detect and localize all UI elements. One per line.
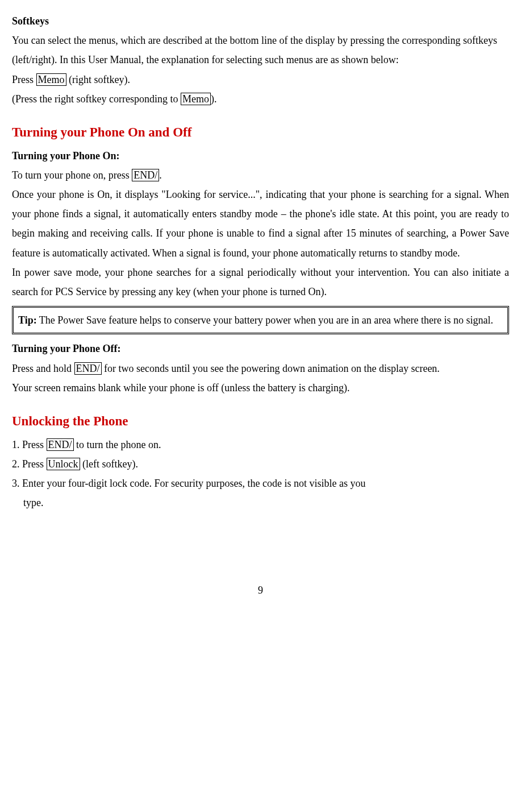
softkeys-para1: You can select the menus, which are desc…: [12, 31, 509, 69]
unlocking-step3b: type.: [12, 493, 509, 512]
unlocking-step3a: 3. Enter your four-digit lock code. For …: [12, 474, 509, 493]
unlock-key-box: Unlock: [47, 458, 80, 470]
tip-box: Tip: The Power Save feature helps to con…: [12, 306, 509, 334]
turning-off-p2: Your screen remains blank while your pho…: [12, 378, 509, 397]
turning-off-p1: Press and hold END/ for two seconds unti…: [12, 359, 509, 378]
text: for two seconds until you see the poweri…: [102, 363, 440, 374]
turning-on-p1: To turn your phone on, press END/.: [12, 165, 509, 185]
turning-on-heading: Turning your Phone On:: [12, 146, 509, 165]
text: 1. Press: [12, 439, 47, 450]
turning-on-p2: Once your phone is On, it displays "Look…: [12, 185, 509, 263]
end-key-box: END/: [132, 169, 159, 181]
softkeys-para3: (Press the right softkey corresponding t…: [12, 89, 509, 109]
unlocking-heading: Unlocking the Phone: [12, 409, 509, 434]
text: ).: [211, 93, 217, 105]
unlocking-step1: 1. Press END/ to turn the phone on.: [12, 435, 509, 454]
turning-main-heading: Turning your Phone On and Off: [12, 120, 509, 145]
text: 2. Press: [12, 458, 47, 470]
text: Press: [12, 74, 36, 85]
tip-text: The Power Save feature helps to conserve…: [37, 314, 493, 326]
text: (right softkey).: [66, 74, 130, 85]
text: Press and hold: [12, 363, 74, 374]
text: .: [159, 169, 162, 181]
turning-on-p3: In power save mode, your phone searches …: [12, 263, 509, 301]
turning-off-heading: Turning your Phone Off:: [12, 339, 509, 358]
softkeys-para2: Press Memo (right softkey).: [12, 70, 509, 89]
end-key-box: END/: [74, 362, 102, 375]
text: To turn your phone on, press: [12, 169, 132, 181]
text: (Press the right softkey corresponding t…: [12, 93, 181, 105]
end-key-box: END/: [47, 438, 74, 451]
text: to turn the phone on.: [74, 439, 161, 450]
unlocking-step2: 2. Press Unlock (left softkey).: [12, 454, 509, 474]
text: (left softkey).: [80, 458, 138, 470]
memo-key-box: Memo: [181, 93, 211, 105]
softkeys-heading: Softkeys: [12, 11, 509, 31]
tip-label: Tip:: [18, 314, 37, 326]
page-number: 9: [12, 581, 509, 600]
memo-key-box: Memo: [36, 73, 66, 86]
